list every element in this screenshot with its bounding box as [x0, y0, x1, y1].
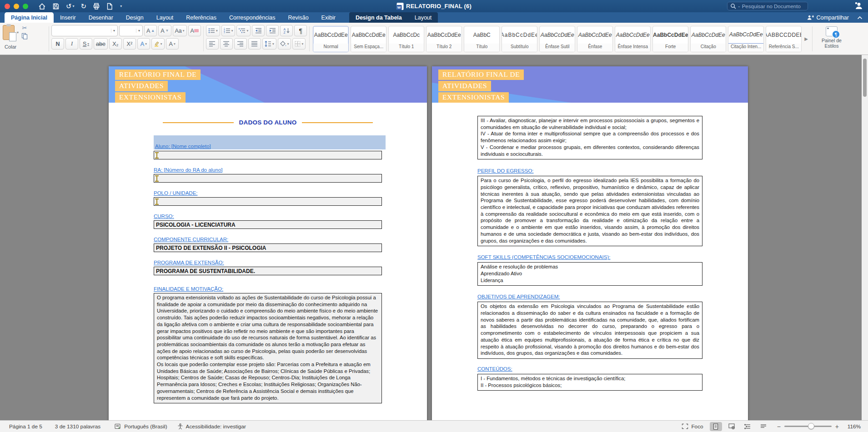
tab-layout-tabela[interactable]: Layout: [408, 12, 438, 23]
line-spacing-button[interactable]: ▾: [262, 38, 276, 50]
highlight-button[interactable]: ▾: [151, 38, 165, 50]
redo-icon[interactable]: ↻: [81, 3, 87, 10]
tab-revisao[interactable]: Revisão: [281, 12, 315, 23]
subscript-button[interactable]: X₂: [109, 38, 122, 50]
align-right-button[interactable]: [234, 38, 247, 50]
undo-dropdown-caret[interactable]: ▾: [73, 5, 75, 8]
objetivos-text-box[interactable]: Os objetos da extensão em Psicologia vin…: [477, 302, 702, 359]
accessibility-status[interactable]: Acessibilidade: investigar: [177, 423, 246, 430]
tab-design-da-tabela[interactable]: Design da Tabela: [349, 12, 408, 23]
new-document-icon[interactable]: [106, 3, 113, 10]
styles-pane-button[interactable]: ¶ Painel de Estilos: [815, 25, 848, 53]
proofing-status[interactable]: Português (Brasil): [114, 423, 167, 430]
shrink-font-button[interactable]: A▼: [158, 25, 171, 36]
banner-title[interactable]: RELATÓRIO FINAL DE ATIVIDADES EXTENSIONI…: [109, 66, 427, 103]
align-center-button[interactable]: [220, 38, 233, 50]
search-box[interactable]: ⌄ Pesquisar no Documento: [727, 2, 808, 10]
focus-mode-button[interactable]: Foco: [682, 423, 703, 430]
tab-layout[interactable]: Layout: [150, 12, 180, 23]
field-label-polo-unidade[interactable]: POLO / UNIDADE:: [154, 190, 382, 196]
field-label-ra[interactable]: RA: [Número do RA do aluno]: [154, 167, 382, 173]
selected-label-row[interactable]: Aluno: [Nome completo]: [154, 135, 386, 149]
field-label-finalidade[interactable]: FINALIDADE E MOTIVAÇÃO:: [154, 286, 382, 292]
style-enfase-sutil[interactable]: AaBbCcDdEeÊnfase Sutil: [539, 26, 575, 52]
bullet-list-button[interactable]: ▾: [206, 25, 220, 36]
change-case-button[interactable]: Aa▾: [173, 25, 187, 36]
styles-more-arrow[interactable]: ▶: [804, 36, 808, 41]
field-label-componente-curricular[interactable]: COMPONENTE CURRICULAR:: [154, 237, 382, 242]
style-subtitulo[interactable]: AaBbCcDdEeSubtítulo: [502, 26, 537, 52]
field-value-componente-curricular[interactable]: PROJETO DE EXTENSÃO II - PSICOLOGIA: [154, 243, 382, 252]
word-count[interactable]: 3 de 1310 palavras: [55, 423, 100, 430]
increase-indent-button[interactable]: [266, 25, 279, 36]
tab-correspondencias[interactable]: Correspondências: [223, 12, 281, 23]
field-label-aluno[interactable]: Aluno: [Nome completo]: [155, 144, 211, 149]
clear-formatting-button[interactable]: A: [188, 25, 201, 36]
save-icon[interactable]: [52, 3, 60, 10]
font-color-button[interactable]: A▾: [166, 38, 179, 50]
tab-desenhar[interactable]: Desenhar: [82, 12, 120, 23]
strikethrough-button[interactable]: abe: [94, 38, 108, 50]
superscript-button[interactable]: X²: [123, 38, 136, 50]
page-2[interactable]: RELATÓRIO FINAL DE ATIVIDADES EXTENSIONI…: [432, 66, 748, 420]
toolbar-options-caret-icon[interactable]: ▾: [120, 5, 122, 8]
tab-inserir[interactable]: Inserir: [54, 12, 82, 23]
style-citacao[interactable]: AaBbCcDdEeCitação: [690, 26, 726, 52]
outline-view-button[interactable]: [742, 422, 754, 431]
zoom-slider-knob[interactable]: [808, 423, 814, 429]
field-input-polo-unidade[interactable]: [154, 197, 382, 206]
page-1[interactable]: RELATÓRIO FINAL DE ATIVIDADES EXTENSIONI…: [109, 66, 427, 420]
page-indicator[interactable]: Página 1 de 5: [9, 423, 42, 430]
show-formatting-button[interactable]: ¶: [294, 25, 307, 36]
field-label-curso[interactable]: CURSO:: [154, 214, 382, 219]
account-avatar-icon[interactable]: [854, 1, 863, 12]
label-objetivos-aprendizagem[interactable]: OBJETIVOS DE APRENDIZAGEM:: [477, 294, 560, 299]
text-effects-button[interactable]: A▾: [137, 38, 150, 50]
style-referencia-sutil[interactable]: AABBCCDDEEReferência S...: [766, 26, 802, 52]
copy-icon[interactable]: [21, 33, 28, 41]
undo-icon[interactable]: ↺▾: [66, 3, 75, 10]
web-layout-view-button[interactable]: [726, 422, 738, 431]
numbered-list-button[interactable]: 123 ▾: [221, 25, 236, 36]
decrease-indent-button[interactable]: [252, 25, 265, 36]
sort-button[interactable]: AZ: [280, 25, 293, 36]
close-window-button[interactable]: [5, 4, 10, 9]
bold-button[interactable]: N: [51, 38, 64, 50]
italic-button[interactable]: I: [65, 38, 78, 50]
tab-design[interactable]: Design: [120, 12, 150, 23]
label-conteudos[interactable]: CONTEÚDOS:: [477, 366, 512, 372]
perfil-text-box[interactable]: Para o curso de Psicologia, o perfil do …: [477, 176, 702, 246]
tab-referencias[interactable]: Referências: [180, 12, 223, 23]
zoom-level[interactable]: 116%: [845, 423, 861, 430]
home-icon[interactable]: [38, 3, 46, 10]
competencias-text-box[interactable]: III - Avaliar, diagnosticar, planejar e …: [477, 116, 702, 159]
field-input-aluno[interactable]: [154, 151, 382, 159]
style-enfase[interactable]: AaBbCcDdEeÊnfase: [577, 26, 613, 52]
collapse-ribbon-button[interactable]: [857, 12, 868, 23]
tab-exibir[interactable]: Exibir: [315, 12, 342, 23]
conteudos-text-box[interactable]: I - Fundamentos, métodos e técnicas de i…: [477, 374, 702, 391]
zoom-in-button[interactable]: +: [835, 423, 839, 430]
draft-view-button[interactable]: [758, 422, 770, 431]
share-button[interactable]: Compartilhar: [807, 12, 857, 23]
paste-dropdown-caret[interactable]: ▾: [17, 30, 19, 35]
fullscreen-window-button[interactable]: [23, 4, 28, 9]
finalidade-text-box[interactable]: O programa extensionista voltado as açõe…: [154, 293, 382, 403]
style-titulo[interactable]: AaBbCTítulo: [464, 26, 500, 52]
cut-icon[interactable]: ✂: [22, 25, 27, 31]
scrollbar-thumb[interactable]: [863, 59, 867, 97]
align-left-button[interactable]: [206, 38, 219, 50]
field-value-programa-extensao[interactable]: PROGRAMA DE SUSTENTABILIDADE.: [154, 267, 382, 275]
style-enfase-intensa[interactable]: AaBbCcDdEeÊnfase Intensa: [615, 26, 651, 52]
style-normal[interactable]: AaBbCcDdEeNormal: [313, 26, 349, 52]
tab-pagina-inicial[interactable]: Página Inicial: [5, 12, 54, 23]
minimize-window-button[interactable]: [14, 4, 19, 9]
style-citacao-intensa[interactable]: AaBbCcDdEeCitação Inten...: [728, 26, 764, 52]
banner-title[interactable]: RELATÓRIO FINAL DE ATIVIDADES EXTENSIONI…: [432, 66, 748, 103]
print-icon[interactable]: [93, 3, 100, 10]
zoom-slider[interactable]: [784, 426, 832, 427]
borders-button[interactable]: ▾: [292, 38, 306, 50]
label-perfil-do-egresso[interactable]: PERFIL DO EGRESSO:: [477, 168, 534, 174]
font-size-select[interactable]: ▾: [119, 25, 143, 36]
style-forte[interactable]: AaBbCcDdEeForte: [652, 26, 688, 52]
